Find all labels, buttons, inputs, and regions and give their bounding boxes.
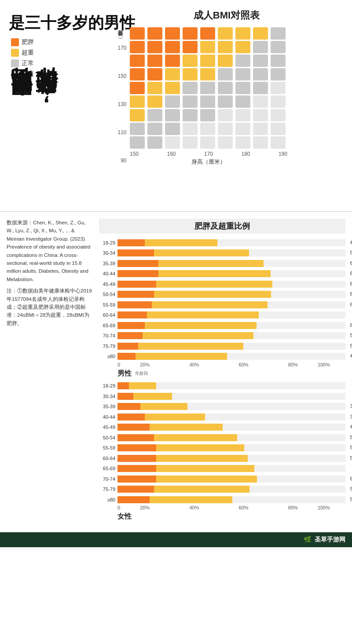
- bmi-cell: [271, 123, 286, 135]
- legend-obese: 肥胖: [11, 38, 34, 46]
- bmi-cell: [200, 123, 215, 135]
- obese-bar: [117, 382, 129, 389]
- bmi-cell: [147, 95, 162, 108]
- bar-row: 30-3424: [99, 392, 345, 401]
- footer-site: 圣草手游网: [315, 536, 345, 543]
- bmi-cell: [165, 41, 180, 53]
- bmi-cell: [130, 68, 145, 80]
- obese-bar: [117, 322, 145, 329]
- bar-value-label: 67.9: [350, 281, 352, 286]
- bar-row: 75-7957.9: [99, 484, 345, 494]
- bmi-cell: [253, 41, 268, 53]
- obese-bar: [117, 413, 145, 421]
- bmi-cell: [235, 109, 250, 121]
- overweight-bar: [154, 291, 271, 298]
- bmi-cell: [271, 55, 286, 67]
- bmi-cell: [130, 41, 145, 53]
- bar-container: 65.9: [117, 301, 345, 308]
- legend-color-obese: [11, 38, 19, 46]
- obese-bar: [117, 291, 154, 298]
- bar-value-label: 61.2: [350, 476, 352, 481]
- overweight-bar: [154, 486, 249, 493]
- bmi-cell: [235, 123, 250, 135]
- female-bars-with-label: 18-291730-342435-3930.740-4438.445-4946.…: [99, 381, 345, 505]
- bmi-cell: [130, 123, 145, 135]
- bar-row: 70-7459.7: [99, 331, 345, 340]
- overweight-bar: [129, 382, 156, 389]
- age-range-label: 45-49: [99, 424, 117, 430]
- male-label: 男性: [117, 369, 132, 378]
- bar-row: 70-7461.2: [99, 474, 345, 484]
- bmi-cell: [271, 82, 286, 94]
- bar-container: 60: [117, 465, 345, 472]
- bar-value-label: 52.5: [350, 435, 352, 440]
- age-range-label: 50-54: [99, 292, 117, 297]
- legend-label-normal: 正常: [22, 59, 34, 67]
- male-bars-with-label: 18-2943.830-3457.835-3964.140-4467.145-4…: [99, 237, 345, 362]
- obese-bar: [117, 353, 136, 360]
- bmi-cell: [271, 109, 286, 121]
- bmi-cell: [200, 109, 215, 121]
- bar-value-label: 50.3: [350, 497, 352, 502]
- bmi-cell: [165, 68, 180, 80]
- bmi-cell: [271, 136, 286, 149]
- bar-container: 57.9: [117, 486, 345, 493]
- obese-bar: [117, 465, 156, 472]
- bar-container: 43.8: [117, 239, 345, 246]
- bar-value-label: 55.6: [350, 445, 352, 450]
- age-range-label: 70-74: [99, 333, 117, 338]
- bar-row: 30-3457.8: [99, 248, 345, 258]
- bmi-cell: [253, 95, 268, 108]
- bmi-cell: [130, 27, 145, 40]
- overweight-bar: [136, 353, 227, 360]
- bmi-cell: [183, 68, 198, 80]
- age-range-label: 60-64: [99, 312, 117, 318]
- bar-container: 50.3: [117, 496, 345, 503]
- bmi-cell: [253, 109, 268, 121]
- bmi-cell: [147, 109, 162, 121]
- age-range-label: 45-49: [99, 282, 117, 287]
- bmi-cell: [218, 95, 233, 108]
- bmi-cell: [165, 27, 180, 40]
- bmi-main-area: 体重（斤） 170 150 130 110 90 150160170180190: [110, 27, 343, 166]
- bmi-cell: [235, 95, 250, 108]
- bar-row: 35-3930.7: [99, 402, 345, 411]
- bmi-cell: [200, 55, 215, 67]
- bar-row: 45-4946.1: [99, 422, 345, 432]
- age-range-label: 55-59: [99, 445, 117, 450]
- bar-container: 52.5: [117, 434, 345, 441]
- bottom-section: 数据来源：Chen, K., Shen, Z., Gu, W., Lyu, Z.…: [0, 212, 352, 532]
- age-range-label: 40-44: [99, 271, 117, 276]
- bmi-cell: [183, 41, 198, 53]
- obese-bar: [117, 403, 140, 410]
- bmi-x-label: 身高（厘米）: [130, 158, 287, 166]
- bar-container: 17: [117, 382, 345, 389]
- bmi-cell: [218, 55, 233, 67]
- obese-bar: [117, 311, 147, 318]
- bmi-cell: [218, 41, 233, 53]
- age-range-label: 60-64: [99, 456, 117, 461]
- bmi-cell: [218, 68, 233, 80]
- bar-value-label: 38.4: [350, 414, 352, 419]
- obese-bar: [117, 434, 154, 441]
- left-title-area: 是三十多岁的男性 肥胖 超重 正常: [4, 9, 106, 207]
- bar-value-label: 67.4: [350, 291, 352, 296]
- male-gender-label-row: 男性 年龄段: [99, 369, 345, 378]
- female-x-axis: 020%40%60%80%100%: [99, 505, 345, 510]
- overweight-bar: [150, 424, 223, 431]
- bmi-cell: [130, 109, 145, 121]
- bar-container: 61.2: [117, 476, 345, 483]
- bmi-cell: [147, 41, 162, 53]
- bmi-cell: [200, 27, 215, 40]
- bmi-cell: [253, 136, 268, 149]
- bmi-cell: [165, 123, 180, 135]
- female-label: 女性: [117, 512, 132, 521]
- bmi-cell: [165, 109, 180, 121]
- bmi-cell: [253, 55, 268, 67]
- bmi-cell: [253, 27, 268, 40]
- age-range-label: 55-59: [99, 302, 117, 307]
- bar-value-label: 43.8: [350, 240, 352, 245]
- obese-bar: [117, 281, 156, 288]
- bmi-x-ticks: 150160170180190: [130, 149, 287, 157]
- bar-container: 24: [117, 393, 345, 400]
